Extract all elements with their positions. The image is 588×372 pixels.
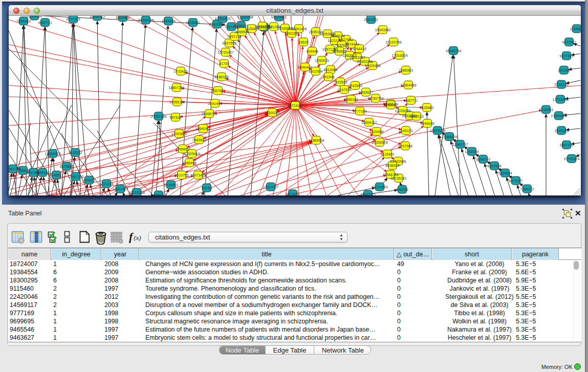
- svg-text:1615152: 1615152: [68, 151, 82, 155]
- svg-text:13226058: 13226058: [237, 16, 253, 19]
- svg-text:13716485: 13716485: [552, 98, 568, 101]
- svg-text:8813054: 8813054: [323, 68, 337, 72]
- svg-text:7515526: 7515526: [333, 80, 347, 84]
- svg-text:9242845: 9242845: [348, 84, 362, 87]
- svg-text:12342737: 12342737: [452, 143, 468, 146]
- svg-text:19384554: 19384554: [308, 139, 324, 142]
- svg-text:13226058: 13226058: [395, 109, 410, 113]
- svg-text:1221338: 1221338: [99, 182, 113, 186]
- svg-text:18640910: 18640910: [195, 127, 211, 130]
- svg-text:10973493: 10973493: [190, 173, 206, 177]
- svg-text:6497568: 6497568: [487, 164, 501, 168]
- svg-text:8186328: 8186328: [214, 75, 228, 79]
- svg-text:20206578: 20206578: [372, 141, 387, 144]
- svg-text:9657771: 9657771: [38, 21, 52, 25]
- svg-text:9463627: 9463627: [359, 91, 373, 94]
- svg-text:14524851: 14524851: [271, 16, 287, 19]
- svg-text:16543942: 16543942: [375, 28, 390, 32]
- svg-text:8990448: 8990448: [298, 65, 312, 69]
- svg-text:2718129: 2718129: [554, 83, 568, 86]
- svg-text:587831: 587831: [169, 116, 181, 119]
- svg-text:2087682: 2087682: [211, 89, 225, 93]
- svg-text:9427512: 9427512: [562, 40, 576, 44]
- svg-text:10654112: 10654112: [90, 16, 105, 18]
- svg-text:1145193: 1145193: [36, 171, 50, 174]
- svg-text:12975115: 12975115: [430, 129, 446, 133]
- svg-text:1244415: 1244415: [352, 47, 366, 51]
- svg-text:1733426: 1733426: [173, 70, 187, 73]
- svg-text:15136141: 15136141: [390, 177, 406, 180]
- svg-text:939822: 939822: [83, 179, 95, 182]
- svg-text:18807249: 18807249: [168, 86, 184, 90]
- svg-text:7485063: 7485063: [16, 19, 30, 23]
- svg-text:18724007: 18724007: [287, 104, 303, 107]
- svg-text:9227341: 9227341: [559, 54, 573, 58]
- svg-text:15495754: 15495754: [201, 112, 217, 116]
- svg-text:15751074: 15751074: [563, 157, 579, 161]
- svg-text:2087682: 2087682: [364, 18, 378, 21]
- svg-text:20364436: 20364436: [26, 16, 42, 18]
- svg-text:9115460: 9115460: [381, 152, 395, 156]
- svg-text:18520: 18520: [298, 40, 309, 44]
- svg-text:1965498: 1965498: [182, 161, 196, 165]
- svg-text:16548784: 16548784: [382, 173, 398, 177]
- svg-text:391546: 391546: [322, 75, 334, 79]
- svg-text:1154808: 1154808: [570, 27, 581, 31]
- svg-text:20053346: 20053346: [150, 115, 166, 118]
- svg-text:22420046: 22420046: [209, 23, 225, 26]
- svg-text:3215953: 3215953: [539, 108, 553, 112]
- svg-text:9699695: 9699695: [420, 122, 434, 125]
- svg-text:9777169: 9777169: [66, 17, 80, 21]
- svg-text:9777169: 9777169: [353, 110, 366, 113]
- svg-text:9465546: 9465546: [235, 30, 249, 34]
- svg-text:17957255: 17957255: [68, 175, 83, 179]
- svg-text:8660123: 8660123: [409, 115, 423, 118]
- svg-text:91700: 91700: [219, 62, 229, 65]
- svg-text:20053346: 20053346: [357, 60, 373, 63]
- svg-text:1250515: 1250515: [315, 59, 329, 62]
- svg-text:10210643: 10210643: [372, 185, 387, 189]
- svg-text:1610755: 1610755: [175, 173, 188, 177]
- svg-text:9699695: 9699695: [332, 50, 346, 53]
- svg-text:9657771: 9657771: [404, 99, 418, 102]
- svg-text:6466160: 6466160: [344, 98, 358, 101]
- svg-text:1202344: 1202344: [465, 150, 478, 154]
- svg-text:12213383: 12213383: [128, 191, 144, 194]
- svg-text:10688609: 10688609: [441, 135, 457, 139]
- svg-text:8938924: 8938924: [385, 164, 399, 167]
- svg-text:1167534: 1167534: [338, 88, 352, 92]
- svg-text:15720407: 15720407: [217, 51, 233, 54]
- svg-text:6879197: 6879197: [509, 179, 522, 183]
- svg-text:1353359: 1353359: [285, 32, 298, 35]
- svg-text:9146821: 9146821: [49, 173, 63, 177]
- svg-text:9474444: 9474444: [345, 42, 359, 46]
- svg-text:1527602: 1527602: [339, 38, 353, 41]
- svg-text:16548784: 16548784: [445, 49, 461, 53]
- svg-text:20364436: 20364436: [400, 83, 416, 87]
- svg-text:9329966: 9329966: [116, 16, 129, 19]
- svg-text:17359924: 17359924: [551, 114, 567, 118]
- svg-text:22420046: 22420046: [390, 160, 406, 163]
- svg-text:1145193: 1145193: [399, 129, 413, 133]
- svg-text:62160: 62160: [202, 186, 212, 190]
- svg-text:18300295: 18300295: [264, 111, 280, 115]
- svg-text:(x): (x): [134, 234, 141, 242]
- svg-text:2603144: 2603144: [331, 34, 344, 38]
- svg-text:10654112: 10654112: [361, 121, 377, 124]
- svg-text:409948: 409948: [306, 50, 318, 53]
- svg-text:7663822: 7663822: [192, 138, 206, 142]
- svg-text:7857234: 7857234: [227, 35, 241, 38]
- svg-text:3267130: 3267130: [559, 143, 573, 147]
- svg-text:8912954: 8912954: [309, 70, 322, 73]
- svg-text:15692971: 15692971: [360, 193, 376, 195]
- svg-text:12325419: 12325419: [184, 152, 200, 156]
- svg-text:7386372: 7386372: [520, 187, 534, 191]
- svg-text:20691406: 20691406: [291, 27, 307, 31]
- svg-text:14569117: 14569117: [151, 193, 167, 195]
- svg-text:746266: 746266: [396, 188, 408, 191]
- svg-text:8471676: 8471676: [286, 192, 299, 195]
- svg-text:16053809: 16053809: [214, 17, 230, 20]
- svg-text:10958187: 10958187: [169, 100, 185, 104]
- svg-text:19654923: 19654923: [45, 152, 60, 156]
- svg-text:10653267: 10653267: [349, 56, 365, 59]
